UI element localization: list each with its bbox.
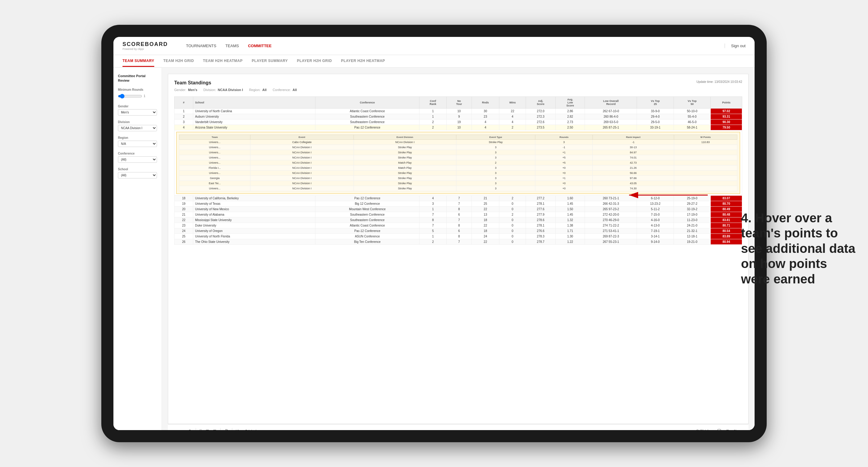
cell-points[interactable]: 80.71	[710, 223, 742, 228]
cell-rank: 18	[175, 196, 193, 201]
tab-team-h2h-grid[interactable]: TEAM H2H GRID	[163, 56, 194, 67]
cell-vs-top50: 24-21-0	[674, 223, 711, 228]
inner-cell-team: Univers...	[179, 145, 250, 150]
toolbar-divider-2	[220, 428, 220, 430]
table-row[interactable]: 24 University of Oregon Pac-12 Conferenc…	[175, 228, 742, 234]
view-selector[interactable]: View: Original	[236, 429, 256, 430]
cell-points[interactable]: 80.54	[710, 228, 742, 234]
cell-rank: 25	[175, 234, 193, 239]
grid-icon[interactable]: ⊞	[726, 429, 729, 430]
inner-cell-rank-impact: 74.30	[593, 186, 674, 191]
cell-points[interactable]: 80.48	[710, 212, 742, 217]
cell-points[interactable]: 79.50	[710, 125, 742, 130]
inner-col-event-type: Event Type	[456, 135, 535, 140]
inner-cell-w-points: 110.83	[674, 140, 737, 145]
cell-points[interactable]: 97.02	[710, 108, 742, 114]
cell-conference: Mountain West Conference	[315, 207, 420, 212]
table-row[interactable]: 26 The Ohio State University Big Ten Con…	[175, 239, 742, 245]
top-navigation: SCOREBOARD Powered by clippi TOURNAMENTS…	[114, 37, 754, 55]
division-select[interactable]: NCAA Division I	[118, 125, 157, 131]
table-row[interactable]: 18 University of California, Berkeley Pa…	[175, 196, 742, 201]
sub-navigation: TEAM SUMMARY TEAM H2H GRID TEAM H2H HEAT…	[114, 55, 754, 68]
copy-icon[interactable]: ⎘	[199, 429, 202, 430]
filter-region: Region: All	[249, 88, 267, 92]
cell-adj-score: 278.6	[526, 217, 556, 223]
rounds-slider-container: 1	[118, 93, 157, 100]
conference-select[interactable]: (All)	[118, 156, 157, 163]
toolbar-left: ↩ ↪ ⟳ ⎘ ⊞ ⊡ ⏱ View: Original	[174, 428, 256, 430]
cell-school: University of Texas	[193, 201, 315, 207]
cell-adj-score: 272.0	[526, 108, 556, 114]
cell-avg-low: 2.73	[555, 120, 585, 125]
cell-points[interactable]: 83.81	[710, 217, 742, 223]
cell-conf-rank: 1	[420, 108, 447, 114]
sign-out-button[interactable]: Sign out	[725, 43, 745, 48]
cell-avg-low: 2.82	[555, 114, 585, 120]
eye-icon: 👁	[696, 429, 699, 430]
cell-no-tour: 8	[446, 234, 471, 239]
cell-vs-top25: 5-11-2	[637, 207, 674, 212]
cell-points[interactable]: 80.70	[710, 201, 742, 207]
inner-cell-rounds: +1	[535, 150, 593, 155]
tab-team-summary[interactable]: TEAM SUMMARY	[123, 56, 154, 67]
inner-cell-event-div: Match Play	[353, 160, 456, 165]
tab-player-h2h-heatmap[interactable]: PLAYER H2H HEATMAP	[341, 56, 385, 67]
cell-vs-top50: 55-4-0	[674, 114, 711, 120]
cell-conf-rank: 3	[420, 201, 447, 207]
cell-no-tour: 6	[446, 212, 471, 217]
table-row[interactable]: 23 Duke University Atlantic Coast Confer…	[175, 223, 742, 228]
clock-icon[interactable]: ⏱	[224, 429, 228, 430]
table-row[interactable]: 4 Arizona State University Pac-12 Confer…	[175, 125, 742, 130]
nav-teams[interactable]: TEAMS	[225, 42, 239, 49]
inner-cell-event-type: 3	[456, 155, 535, 160]
tab-player-h2h-grid[interactable]: PLAYER H2H GRID	[297, 56, 332, 67]
table-row[interactable]: 22 Mississippi State University Southeas…	[175, 217, 742, 223]
cell-vs-top50: 21-32-1	[674, 228, 711, 234]
logo-sub: Powered by clippi	[123, 48, 168, 51]
region-select[interactable]: N/A	[118, 141, 157, 147]
cell-points[interactable]: 93.31	[710, 114, 742, 120]
table-row[interactable]: 3 Vanderbilt University Southeastern Con…	[175, 120, 742, 125]
cell-points[interactable]: 83.89	[710, 234, 742, 239]
cell-school: University of North Carolina	[193, 108, 315, 114]
cell-conference: Pac-12 Conference	[315, 228, 420, 234]
cell-vs-top25: 33-19-1	[637, 125, 674, 130]
table-row[interactable]: 20 University of New Mexico Mountain Wes…	[175, 207, 742, 212]
table-row[interactable]: 19 University of Texas Big 12 Conference…	[175, 201, 742, 207]
tab-team-h2h-heatmap[interactable]: TEAM H2H HEATMAP	[203, 56, 243, 67]
table-row[interactable]: 1 University of North Carolina Atlantic …	[175, 108, 742, 114]
nav-committee[interactable]: COMMITTEE	[248, 42, 272, 49]
cell-rank: 20	[175, 207, 193, 212]
cell-points[interactable]: 80.49	[710, 207, 742, 212]
table-row[interactable]: 2 Auburn University Southeastern Confere…	[175, 114, 742, 120]
rounds-slider[interactable]	[118, 93, 142, 100]
inner-table-container: Team Event Event Division Event Type Rou…	[176, 132, 740, 194]
gender-select[interactable]: Men's	[118, 109, 157, 116]
school-select[interactable]: (All)	[118, 172, 157, 179]
inner-col-rounds: Rounds	[535, 135, 593, 140]
cell-points[interactable]: 90.30	[710, 120, 742, 125]
reset-icon[interactable]: ⟳	[188, 429, 192, 430]
nav-tournaments[interactable]: TOURNAMENTS	[186, 42, 216, 49]
comment-icon[interactable]: 💬	[717, 429, 721, 430]
cell-avg-low: 1.45	[555, 212, 585, 217]
cell-rank: 1	[175, 108, 193, 114]
cell-points[interactable]: 83.07	[710, 196, 742, 201]
watch-button[interactable]: 👁 Watch ▾	[696, 429, 712, 430]
cell-conference: Big 12 Conference	[315, 201, 420, 207]
cell-rnds: 4	[471, 120, 499, 125]
paste-icon[interactable]: ⊞	[206, 429, 209, 430]
bottom-toolbar: ↩ ↪ ⟳ ⎘ ⊞ ⊡ ⏱ View: Original	[168, 424, 748, 430]
table-row[interactable]: 21 University of Alabama Southeastern Co…	[175, 212, 742, 217]
undo-icon[interactable]: ↩	[174, 429, 178, 430]
cell-no-tour: 7	[446, 196, 471, 201]
share-button[interactable]: Share	[734, 429, 743, 430]
cell-vs-top25: 9-14-0	[637, 239, 674, 245]
cell-low-overall: 262 67-10-0	[585, 108, 637, 114]
redo-icon[interactable]: ↪	[181, 429, 185, 430]
image-icon[interactable]: ⊡	[213, 429, 217, 430]
inner-cell-w-points	[674, 150, 737, 155]
cell-points[interactable]: 80.94	[710, 239, 742, 245]
tab-player-summary[interactable]: PLAYER SUMMARY	[252, 56, 288, 67]
table-row[interactable]: 25 University of North Florida ASUN Conf…	[175, 234, 742, 239]
